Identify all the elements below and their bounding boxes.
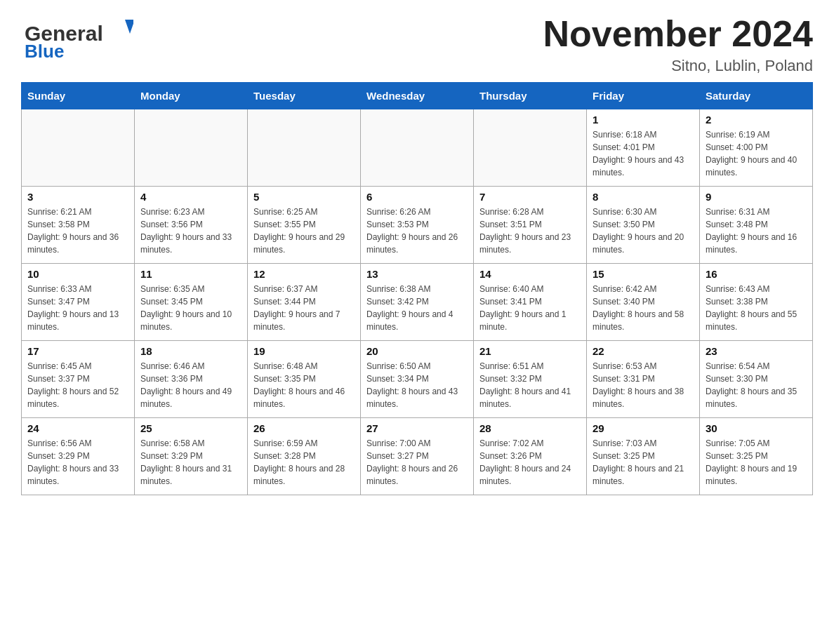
calendar-cell — [361, 109, 474, 187]
calendar-header: SundayMondayTuesdayWednesdayThursdayFrid… — [22, 83, 813, 109]
calendar-cell — [22, 109, 135, 187]
month-title: November 2024 — [543, 14, 813, 54]
day-number: 1 — [593, 114, 694, 126]
calendar-cell: 17Sunrise: 6:45 AM Sunset: 3:37 PM Dayli… — [22, 341, 135, 418]
day-number: 30 — [706, 422, 807, 434]
calendar-cell: 7Sunrise: 6:28 AM Sunset: 3:51 PM Daylig… — [474, 187, 587, 264]
day-info: Sunrise: 6:42 AM Sunset: 3:40 PM Dayligh… — [593, 283, 694, 333]
header-row: SundayMondayTuesdayWednesdayThursdayFrid… — [22, 83, 813, 109]
svg-text:Blue: Blue — [25, 41, 64, 62]
calendar-cell — [135, 109, 248, 187]
calendar-cell: 24Sunrise: 6:56 AM Sunset: 3:29 PM Dayli… — [22, 418, 135, 495]
day-info: Sunrise: 6:37 AM Sunset: 3:44 PM Dayligh… — [253, 283, 355, 333]
day-number: 10 — [27, 268, 128, 280]
day-info: Sunrise: 6:56 AM Sunset: 3:29 PM Dayligh… — [27, 437, 128, 488]
day-number: 21 — [479, 345, 581, 357]
header-friday: Friday — [587, 83, 700, 109]
day-info: Sunrise: 6:33 AM Sunset: 3:47 PM Dayligh… — [27, 283, 128, 333]
day-number: 25 — [140, 422, 241, 434]
day-info: Sunrise: 6:26 AM Sunset: 3:53 PM Dayligh… — [366, 206, 468, 256]
page-header: General Blue November 2024 Sitno, Lublin… — [21, 14, 813, 75]
header-wednesday: Wednesday — [361, 83, 474, 109]
day-info: Sunrise: 7:03 AM Sunset: 3:25 PM Dayligh… — [593, 437, 694, 488]
day-info: Sunrise: 6:43 AM Sunset: 3:38 PM Dayligh… — [706, 283, 807, 333]
day-number: 26 — [253, 422, 355, 434]
day-info: Sunrise: 6:45 AM Sunset: 3:37 PM Dayligh… — [27, 360, 128, 410]
day-info: Sunrise: 6:40 AM Sunset: 3:41 PM Dayligh… — [479, 283, 581, 333]
day-number: 7 — [479, 191, 581, 203]
calendar-cell: 10Sunrise: 6:33 AM Sunset: 3:47 PM Dayli… — [22, 264, 135, 341]
day-info: Sunrise: 6:50 AM Sunset: 3:34 PM Dayligh… — [366, 360, 468, 410]
day-number: 20 — [366, 345, 468, 357]
calendar-cell: 22Sunrise: 6:53 AM Sunset: 3:31 PM Dayli… — [587, 341, 700, 418]
day-number: 17 — [27, 345, 128, 357]
calendar-cell: 3Sunrise: 6:21 AM Sunset: 3:58 PM Daylig… — [22, 187, 135, 264]
day-number: 24 — [27, 422, 128, 434]
title-block: November 2024 Sitno, Lublin, Poland — [543, 14, 813, 75]
calendar-body: 1Sunrise: 6:18 AM Sunset: 4:01 PM Daylig… — [22, 109, 813, 495]
day-info: Sunrise: 6:25 AM Sunset: 3:55 PM Dayligh… — [253, 206, 355, 256]
header-monday: Monday — [135, 83, 248, 109]
day-info: Sunrise: 6:31 AM Sunset: 3:48 PM Dayligh… — [706, 206, 807, 256]
calendar-cell: 6Sunrise: 6:26 AM Sunset: 3:53 PM Daylig… — [361, 187, 474, 264]
calendar-cell: 9Sunrise: 6:31 AM Sunset: 3:48 PM Daylig… — [700, 187, 813, 264]
day-info: Sunrise: 6:21 AM Sunset: 3:58 PM Dayligh… — [27, 206, 128, 256]
calendar-week-4: 17Sunrise: 6:45 AM Sunset: 3:37 PM Dayli… — [22, 341, 813, 418]
day-number: 15 — [593, 268, 694, 280]
calendar-cell — [248, 109, 361, 187]
calendar-cell: 4Sunrise: 6:23 AM Sunset: 3:56 PM Daylig… — [135, 187, 248, 264]
day-info: Sunrise: 7:02 AM Sunset: 3:26 PM Dayligh… — [479, 437, 581, 488]
day-number: 2 — [706, 114, 807, 126]
calendar-cell — [474, 109, 587, 187]
day-number: 28 — [479, 422, 581, 434]
calendar-cell: 16Sunrise: 6:43 AM Sunset: 3:38 PM Dayli… — [700, 264, 813, 341]
day-number: 22 — [593, 345, 694, 357]
day-number: 29 — [593, 422, 694, 434]
day-info: Sunrise: 6:51 AM Sunset: 3:32 PM Dayligh… — [479, 360, 581, 410]
calendar-cell: 23Sunrise: 6:54 AM Sunset: 3:30 PM Dayli… — [700, 341, 813, 418]
calendar-table: SundayMondayTuesdayWednesdayThursdayFrid… — [21, 82, 813, 495]
day-number: 5 — [253, 191, 355, 203]
calendar-week-5: 24Sunrise: 6:56 AM Sunset: 3:29 PM Dayli… — [22, 418, 813, 495]
day-number: 13 — [366, 268, 468, 280]
calendar-cell: 2Sunrise: 6:19 AM Sunset: 4:00 PM Daylig… — [700, 109, 813, 187]
logo-graphic: General Blue — [21, 14, 133, 66]
svg-marker-1 — [125, 20, 133, 34]
calendar-cell: 13Sunrise: 6:38 AM Sunset: 3:42 PM Dayli… — [361, 264, 474, 341]
calendar-cell: 8Sunrise: 6:30 AM Sunset: 3:50 PM Daylig… — [587, 187, 700, 264]
calendar-cell: 21Sunrise: 6:51 AM Sunset: 3:32 PM Dayli… — [474, 341, 587, 418]
day-number: 8 — [593, 191, 694, 203]
day-number: 12 — [253, 268, 355, 280]
day-info: Sunrise: 6:19 AM Sunset: 4:00 PM Dayligh… — [706, 128, 807, 179]
day-info: Sunrise: 7:00 AM Sunset: 3:27 PM Dayligh… — [366, 437, 468, 488]
calendar-week-2: 3Sunrise: 6:21 AM Sunset: 3:58 PM Daylig… — [22, 187, 813, 264]
day-number: 14 — [479, 268, 581, 280]
day-info: Sunrise: 6:38 AM Sunset: 3:42 PM Dayligh… — [366, 283, 468, 333]
day-info: Sunrise: 6:46 AM Sunset: 3:36 PM Dayligh… — [140, 360, 241, 410]
calendar-cell: 19Sunrise: 6:48 AM Sunset: 3:35 PM Dayli… — [248, 341, 361, 418]
day-info: Sunrise: 6:18 AM Sunset: 4:01 PM Dayligh… — [593, 128, 694, 179]
calendar-cell: 29Sunrise: 7:03 AM Sunset: 3:25 PM Dayli… — [587, 418, 700, 495]
day-info: Sunrise: 6:59 AM Sunset: 3:28 PM Dayligh… — [253, 437, 355, 488]
day-info: Sunrise: 6:30 AM Sunset: 3:50 PM Dayligh… — [593, 206, 694, 256]
calendar-cell: 12Sunrise: 6:37 AM Sunset: 3:44 PM Dayli… — [248, 264, 361, 341]
calendar-cell: 11Sunrise: 6:35 AM Sunset: 3:45 PM Dayli… — [135, 264, 248, 341]
day-info: Sunrise: 6:28 AM Sunset: 3:51 PM Dayligh… — [479, 206, 581, 256]
calendar-cell: 18Sunrise: 6:46 AM Sunset: 3:36 PM Dayli… — [135, 341, 248, 418]
day-number: 19 — [253, 345, 355, 357]
location: Sitno, Lublin, Poland — [543, 57, 813, 75]
calendar-cell: 20Sunrise: 6:50 AM Sunset: 3:34 PM Dayli… — [361, 341, 474, 418]
header-tuesday: Tuesday — [248, 83, 361, 109]
day-number: 23 — [706, 345, 807, 357]
day-info: Sunrise: 6:48 AM Sunset: 3:35 PM Dayligh… — [253, 360, 355, 410]
day-info: Sunrise: 7:05 AM Sunset: 3:25 PM Dayligh… — [706, 437, 807, 488]
day-info: Sunrise: 6:53 AM Sunset: 3:31 PM Dayligh… — [593, 360, 694, 410]
logo: General Blue — [21, 14, 133, 67]
day-number: 6 — [366, 191, 468, 203]
day-number: 9 — [706, 191, 807, 203]
day-number: 27 — [366, 422, 468, 434]
calendar-week-3: 10Sunrise: 6:33 AM Sunset: 3:47 PM Dayli… — [22, 264, 813, 341]
calendar-cell: 27Sunrise: 7:00 AM Sunset: 3:27 PM Dayli… — [361, 418, 474, 495]
calendar-cell: 5Sunrise: 6:25 AM Sunset: 3:55 PM Daylig… — [248, 187, 361, 264]
day-number: 4 — [140, 191, 241, 203]
